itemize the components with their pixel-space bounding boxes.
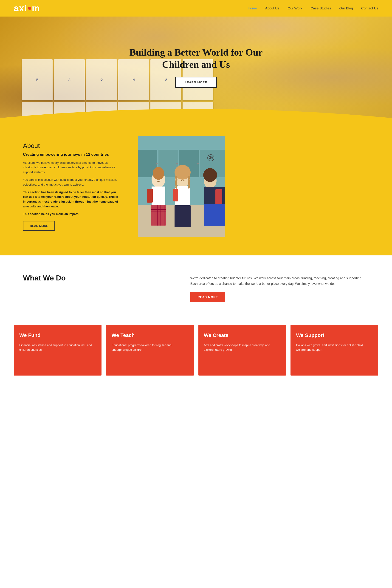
svg-point-22: [156, 168, 160, 172]
about-bold-text: This section has been designed to be tal…: [23, 190, 120, 209]
nav-item-contact[interactable]: Contact Us: [361, 6, 378, 10]
about-image-inner: 36: [138, 136, 225, 237]
nav-item-cases[interactable]: Case Studies: [310, 6, 331, 10]
logo-text: axim: [14, 4, 40, 13]
svg-rect-33: [216, 189, 222, 204]
wwd-description: We're dedicated to creating brighter fut…: [190, 276, 369, 287]
nav-link-blog[interactable]: Our Blog: [340, 6, 353, 10]
card-3: We Support Collabs with govts. and insti…: [290, 325, 378, 376]
hero-title: Building a Better World for Our Children…: [127, 46, 265, 70]
about-paragraph-2: You can fill this section with details a…: [23, 178, 120, 187]
svg-rect-25: [174, 205, 190, 227]
nav-links: Home About Us Our Work Case Studies Our …: [248, 6, 378, 10]
card-0: We Fund Financial assistance and support…: [14, 325, 102, 376]
nav-item-about[interactable]: About Us: [265, 6, 280, 10]
navbar: axim Home About Us Our Work Case Studies…: [0, 0, 392, 16]
letter-card: R: [22, 59, 52, 100]
svg-rect-13: [151, 205, 166, 226]
wwd-left: What We Do: [23, 274, 172, 282]
nav-item-work[interactable]: Our Work: [288, 6, 302, 10]
nav-item-blog[interactable]: Our Blog: [340, 6, 353, 10]
wwd-read-more-button[interactable]: READ MORE: [190, 292, 225, 302]
nav-link-cases[interactable]: Case Studies: [310, 6, 331, 10]
about-paragraph-1: At Axiom, we believe every child deserve…: [23, 160, 120, 175]
hero-content: Building a Better World for Our Children…: [127, 46, 265, 88]
nav-link-home[interactable]: Home: [248, 6, 257, 10]
card-desc-1: Educational programs tailored for regula…: [112, 343, 188, 352]
learn-more-button[interactable]: LEARN MORE: [175, 77, 217, 88]
card-title-2: We Create: [204, 332, 280, 338]
hero-section: RAONUZFHIQBGCTKLMSEWDJVP Building a Bett…: [0, 16, 392, 118]
nav-item-home[interactable]: Home: [248, 6, 257, 10]
wwd-right: We're dedicated to creating brighter fut…: [190, 274, 369, 302]
card-title-3: We Support: [296, 332, 373, 338]
nav-link-contact[interactable]: Contact Us: [361, 6, 378, 10]
about-image: 36: [138, 136, 225, 237]
logo[interactable]: axim: [14, 4, 40, 13]
card-desc-3: Collabs with govts. and institutions for…: [296, 343, 373, 352]
about-label: About: [23, 142, 120, 150]
cards-section: We Fund Financial assistance and support…: [0, 320, 392, 389]
svg-rect-29: [204, 204, 225, 226]
card-desc-2: Arts and crafts workshops to inspire cre…: [204, 343, 280, 352]
card-title-0: We Fund: [19, 332, 96, 338]
nav-link-work[interactable]: Our Work: [288, 6, 302, 10]
logo-dot-icon: [28, 7, 31, 10]
letter-card: A: [54, 59, 85, 100]
svg-rect-12: [152, 186, 165, 205]
nav-link-about[interactable]: About Us: [265, 6, 280, 10]
svg-point-5: [156, 162, 158, 164]
svg-point-7: [197, 162, 199, 164]
about-impact-text: This section helps you make an impact.: [23, 212, 120, 216]
about-read-more-button[interactable]: READ MORE: [23, 221, 55, 231]
card-title-1: We Teach: [112, 332, 188, 338]
svg-text:36: 36: [209, 155, 214, 160]
about-section: About Creating empowering journeys in 12…: [0, 118, 392, 256]
svg-point-6: [176, 162, 178, 164]
wwd-title: What We Do: [23, 274, 172, 282]
hero-curve: [0, 100, 392, 118]
svg-rect-32: [174, 189, 178, 202]
about-text-block: About Creating empowering journeys in 12…: [23, 142, 120, 231]
card-desc-0: Financial assistance and support to educ…: [19, 343, 96, 352]
about-subtitle: Creating empowering journeys in 12 count…: [23, 152, 120, 157]
svg-rect-31: [147, 189, 153, 202]
what-we-do-section: What We Do We're dedicated to creating b…: [0, 256, 392, 320]
letter-card: O: [86, 59, 117, 100]
card-2: We Create Arts and crafts workshops to i…: [198, 325, 286, 376]
logo-part2: m: [32, 4, 40, 13]
svg-point-30: [203, 168, 217, 182]
logo-part1: axi: [14, 4, 27, 13]
card-1: We Teach Educational programs tailored f…: [106, 325, 194, 376]
